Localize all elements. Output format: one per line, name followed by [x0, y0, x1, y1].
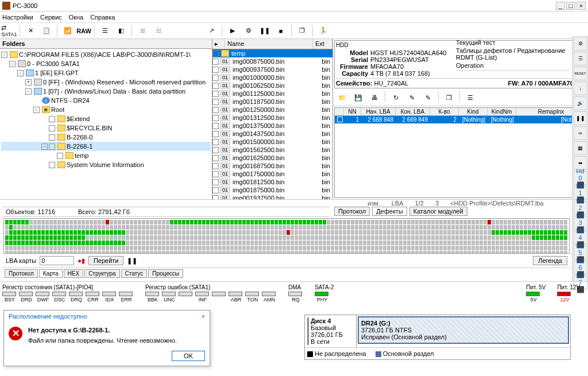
map-block[interactable]: [134, 251, 137, 254]
map-block[interactable]: [564, 241, 567, 245]
map-block[interactable]: [5, 251, 9, 254]
map-block[interactable]: [548, 246, 551, 250]
map-block[interactable]: [311, 235, 314, 240]
map-block[interactable]: [492, 235, 495, 240]
map-block[interactable]: [130, 251, 133, 254]
map-block[interactable]: [17, 230, 21, 235]
map-block[interactable]: [419, 246, 423, 250]
map-block[interactable]: [65, 220, 69, 224]
map-block[interactable]: [238, 241, 242, 245]
side-btn-6[interactable]: ∞: [574, 126, 587, 140]
map-block[interactable]: [483, 230, 487, 235]
side-btn-7[interactable]: ▦: [574, 141, 587, 155]
map-block[interactable]: [347, 220, 350, 224]
file-row[interactable]: 01img001000000.binbin: [212, 73, 332, 82]
map-block[interactable]: [154, 220, 157, 224]
map-block[interactable]: [556, 241, 559, 245]
map-block[interactable]: [455, 230, 459, 235]
map-block[interactable]: [82, 241, 85, 245]
map-block[interactable]: [475, 220, 479, 224]
col-name[interactable]: Name: [225, 39, 313, 49]
map-block[interactable]: [540, 246, 543, 250]
map-block[interactable]: [134, 246, 137, 250]
map-block[interactable]: [564, 225, 567, 230]
map-block[interactable]: [363, 246, 366, 250]
tab-status[interactable]: Статус: [121, 269, 148, 278]
map-block[interactable]: [383, 241, 386, 245]
map-block[interactable]: [347, 241, 350, 245]
map-block[interactable]: [471, 225, 475, 230]
map-block[interactable]: [415, 230, 419, 235]
map-block[interactable]: [98, 220, 101, 224]
map-block[interactable]: [53, 225, 57, 230]
map-block[interactable]: [295, 241, 298, 245]
map-block[interactable]: [226, 220, 230, 224]
map-block[interactable]: [319, 225, 322, 230]
map-block[interactable]: [435, 246, 439, 250]
map-block[interactable]: [142, 220, 145, 224]
map-block[interactable]: [17, 246, 21, 250]
map-block[interactable]: [266, 251, 270, 254]
map-block[interactable]: [307, 230, 310, 235]
map-block[interactable]: [21, 241, 25, 245]
map-block[interactable]: [508, 251, 511, 254]
rt-btn-1[interactable]: 📁: [335, 91, 349, 104]
map-block[interactable]: [395, 230, 399, 235]
map-block[interactable]: [182, 225, 185, 230]
map-block[interactable]: [375, 230, 378, 235]
map-block[interactable]: [467, 235, 471, 240]
map-block[interactable]: [146, 246, 149, 250]
map-block[interactable]: [262, 225, 266, 230]
map-block[interactable]: [415, 251, 419, 254]
map-block[interactable]: [399, 251, 403, 254]
copy-button[interactable]: ❐: [295, 24, 309, 38]
map-block[interactable]: [307, 251, 310, 254]
map-block[interactable]: [154, 230, 157, 235]
tree-item[interactable]: System Volume Information: [1, 160, 211, 169]
map-block[interactable]: [162, 230, 165, 235]
map-block[interactable]: [234, 241, 238, 245]
map-block[interactable]: [323, 246, 326, 250]
map-block[interactable]: [500, 220, 503, 224]
map-block[interactable]: [536, 235, 539, 240]
tree-checkbox[interactable]: [49, 116, 55, 122]
map-block[interactable]: [323, 251, 326, 254]
map-block[interactable]: [250, 225, 254, 230]
map-block[interactable]: [33, 230, 37, 235]
map-block[interactable]: [391, 220, 394, 224]
map-block[interactable]: [327, 220, 330, 224]
map-block[interactable]: [49, 235, 53, 240]
map-block[interactable]: [238, 220, 242, 224]
map-block[interactable]: [114, 246, 117, 250]
map-block[interactable]: [371, 241, 374, 245]
map-block[interactable]: [274, 225, 278, 230]
map-block[interactable]: [347, 230, 350, 235]
map-block[interactable]: [166, 225, 169, 230]
map-block[interactable]: [303, 220, 306, 224]
go-button[interactable]: Перейти: [88, 256, 124, 265]
file-row[interactable]: 01img001875000.binbin: [212, 186, 332, 194]
map-block[interactable]: [210, 241, 214, 245]
map-block[interactable]: [278, 230, 282, 235]
map-block[interactable]: [395, 241, 399, 245]
map-block[interactable]: [126, 251, 129, 254]
map-block[interactable]: [230, 220, 234, 224]
map-block[interactable]: [315, 251, 318, 254]
map-block[interactable]: [431, 246, 435, 250]
map-block[interactable]: [524, 246, 527, 250]
map-block[interactable]: [483, 235, 487, 240]
file-checkbox[interactable]: [212, 115, 219, 121]
map-block[interactable]: [359, 241, 362, 245]
map-block[interactable]: [399, 220, 403, 224]
map-block[interactable]: [94, 241, 97, 245]
tree-item[interactable]: -1 [07] - (Windows/Linux) Data - Basic d…: [1, 87, 211, 96]
map-block[interactable]: [210, 246, 214, 250]
map-block[interactable]: [451, 241, 455, 245]
map-block[interactable]: [343, 241, 346, 245]
map-block[interactable]: [150, 230, 153, 235]
map-block[interactable]: [37, 225, 41, 230]
map-block[interactable]: [178, 220, 181, 224]
map-block[interactable]: [122, 241, 125, 245]
map-block[interactable]: [339, 230, 342, 235]
map-block[interactable]: [186, 235, 189, 240]
